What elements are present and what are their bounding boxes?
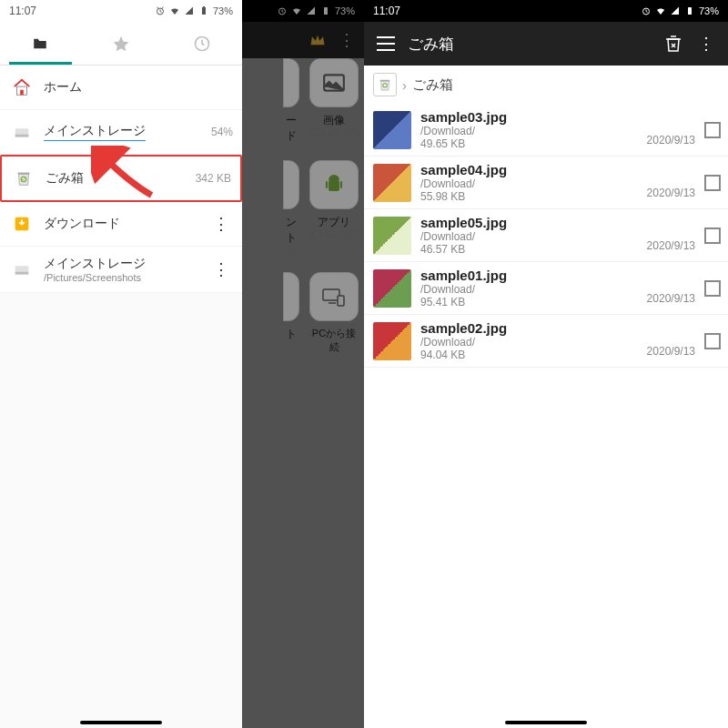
sidebar-item-screenshots[interactable]: メインストレージ /Pictures/Screenshots ⋮	[0, 247, 242, 293]
svg-rect-22	[338, 296, 344, 306]
home-icon	[9, 75, 35, 100]
select-checkbox[interactable]	[704, 228, 721, 244]
file-meta: sample04.jpg/Download/55.98 KB	[420, 162, 647, 203]
file-row[interactable]: sample02.jpg/Download/94.04 KB2020/9/13	[364, 315, 728, 368]
file-path: /Download/	[420, 336, 647, 349]
svg-rect-24	[688, 7, 692, 15]
sidebar-item-label: メインストレージ	[44, 256, 146, 272]
file-row[interactable]: sample01.jpg/Download/95.41 KB2020/9/13	[364, 262, 728, 315]
file-date: 2020/9/13	[647, 239, 695, 256]
alarm-icon	[641, 5, 652, 16]
battery-icon	[320, 5, 331, 16]
tile-label: ント	[282, 215, 300, 246]
file-name: sample02.jpg	[420, 320, 647, 336]
select-checkbox[interactable]	[704, 280, 721, 297]
folder-icon	[31, 35, 49, 52]
tab-favorites[interactable]	[81, 22, 162, 65]
tabs	[0, 22, 242, 66]
download-icon	[9, 211, 35, 237]
file-meta: sample02.jpg/Download/94.04 KB	[420, 320, 647, 361]
svg-rect-12	[15, 272, 29, 275]
file-date: 2020/9/13	[647, 134, 695, 150]
tile-sub: 23.9 MB (24)	[308, 128, 360, 138]
file-thumbnail	[373, 111, 411, 149]
file-size: 94.04 KB	[420, 349, 647, 361]
status-bar: 11:07 73%	[364, 0, 728, 22]
menu-button[interactable]	[369, 27, 402, 60]
file-size: 55.98 KB	[420, 190, 647, 203]
more-menu-button[interactable]: ⋮	[690, 27, 723, 60]
chevron-right-icon: ›	[402, 77, 407, 93]
more-menu-icon[interactable]: ⋮	[209, 259, 233, 279]
file-list: sample03.jpg/Download/49.65 KB2020/9/13s…	[364, 104, 728, 368]
storage-percent: 54%	[211, 126, 233, 138]
svg-rect-19	[326, 181, 328, 188]
battery-icon	[198, 5, 209, 16]
breadcrumb[interactable]: › ごみ箱	[364, 66, 728, 104]
battery-icon	[684, 5, 695, 16]
file-path: /Download/	[420, 283, 647, 296]
file-meta: sample03.jpg/Download/49.65 KB	[420, 109, 647, 150]
select-checkbox[interactable]	[704, 175, 721, 191]
file-name: sample05.jpg	[420, 215, 647, 230]
trash-size: 342 KB	[196, 172, 231, 185]
wifi-icon	[291, 5, 302, 16]
drive-icon	[9, 119, 35, 145]
grid-tile[interactable]: ト	[282, 272, 300, 354]
sidebar-item-label: ダウンロード	[44, 216, 120, 232]
signal-icon	[670, 5, 681, 16]
status-bar: 73%	[242, 0, 364, 22]
file-row[interactable]: sample03.jpg/Download/49.65 KB2020/9/13	[364, 104, 728, 157]
nav-pill[interactable]	[505, 721, 587, 724]
grid-tile-images[interactable]: 画像 23.9 MB (24)	[308, 58, 360, 144]
grid-tile[interactable]: ード	[282, 58, 300, 144]
tile-label: PCから接続	[308, 327, 360, 354]
tab-folder[interactable]	[0, 22, 81, 65]
tile-label: ード	[282, 113, 300, 144]
more-menu-icon[interactable]: ⋮	[209, 214, 233, 234]
sidebar-item-trash[interactable]: ごみ箱 342 KB	[0, 155, 242, 202]
status-time: 11:07	[373, 5, 400, 17]
tile-label: ト	[282, 327, 300, 342]
file-row[interactable]: sample04.jpg/Download/55.98 KB2020/9/13	[364, 157, 728, 209]
alarm-icon	[155, 5, 166, 16]
sidebar-item-label: メインストレージ	[44, 123, 146, 141]
sidebar-item-storage[interactable]: メインストレージ 54%	[0, 110, 242, 155]
file-name: sample04.jpg	[420, 162, 647, 177]
grid-tile-apps[interactable]: アプリ 2.4 GB (87)	[308, 160, 360, 256]
tile-sub: 2.4 GB (87)	[308, 230, 360, 240]
android-icon	[309, 160, 359, 209]
file-size: 95.41 KB	[420, 296, 647, 308]
file-path: /Download/	[420, 125, 647, 137]
file-path: /Download/	[420, 177, 647, 190]
sidebar-item-label: ごみ箱	[46, 170, 84, 187]
image-icon	[309, 58, 359, 107]
sidebar-item-home[interactable]: ホーム	[0, 66, 242, 110]
select-checkbox[interactable]	[704, 122, 721, 138]
file-size: 46.57 KB	[420, 243, 647, 256]
tile-label: 画像	[308, 113, 360, 128]
svg-rect-5	[20, 90, 24, 96]
sidebar-item-download[interactable]: ダウンロード ⋮	[0, 202, 242, 247]
nav-pill[interactable]	[80, 721, 162, 724]
grid-tile-pc[interactable]: PCから接続	[308, 272, 360, 354]
tile-sub: 3)	[282, 246, 300, 256]
file-size: 49.65 KB	[420, 137, 647, 150]
file-date: 2020/9/13	[647, 345, 695, 361]
appbar: ごみ箱 ⋮	[364, 22, 728, 66]
grid-tile[interactable]: ント 3)	[282, 160, 300, 256]
page-title: ごみ箱	[408, 34, 454, 55]
tab-history[interactable]	[161, 22, 242, 65]
status-icons: 73%	[155, 5, 233, 16]
pc-connect-icon	[309, 272, 359, 321]
delete-all-button[interactable]	[657, 27, 690, 60]
file-thumbnail	[373, 322, 411, 360]
category-grid: ード 画像 23.9 MB (24) ント 3) アプリ 2.4	[242, 22, 364, 728]
file-row[interactable]: sample05.jpg/Download/46.57 KB2020/9/13	[364, 209, 728, 262]
svg-rect-1	[202, 7, 206, 15]
trash-icon	[373, 73, 397, 96]
file-meta: sample05.jpg/Download/46.57 KB	[420, 215, 647, 256]
status-icons: 73%	[277, 5, 355, 16]
svg-rect-20	[340, 181, 342, 188]
select-checkbox[interactable]	[704, 333, 721, 349]
